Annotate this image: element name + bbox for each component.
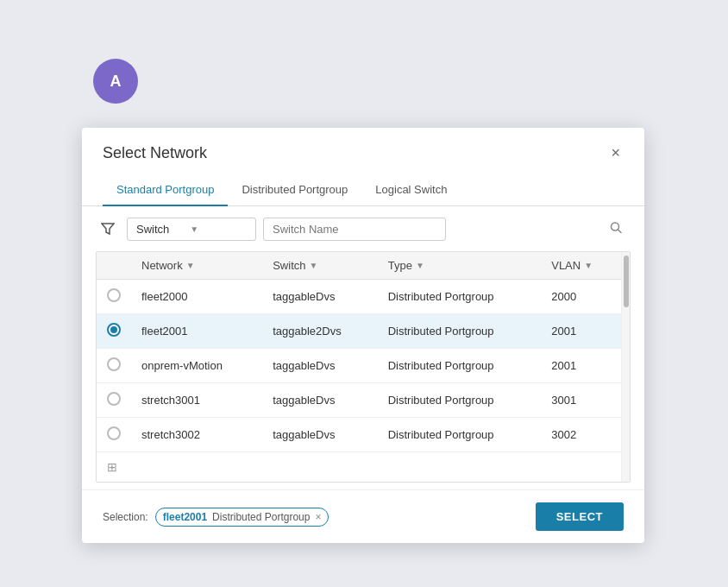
- row3-switch: taggableDvs: [262, 349, 378, 383]
- table-row[interactable]: stretch3002 taggableDvs Distributed Port…: [97, 418, 621, 452]
- row5-radio[interactable]: [107, 426, 121, 440]
- selection-tag: fleet2001 Distributed Portgroup ×: [155, 508, 329, 527]
- select-button[interactable]: SELECT: [536, 502, 624, 531]
- row2-radio[interactable]: [107, 323, 121, 337]
- tab-distributed-portgroup[interactable]: Distributed Portgroup: [228, 174, 361, 206]
- row5-network: stretch3002: [131, 418, 262, 452]
- type-filter-icon: ▼: [416, 261, 424, 270]
- switch-dropdown[interactable]: Switch ▼: [127, 218, 256, 241]
- row3-network: onprem-vMotion: [131, 349, 262, 383]
- network-filter-icon: ▼: [186, 261, 195, 270]
- row2-vlan: 2001: [541, 314, 621, 349]
- table-row[interactable]: onprem-vMotion taggableDvs Distributed P…: [97, 349, 621, 383]
- row4-vlan: 3001: [541, 383, 621, 418]
- selection-tag-type: Distributed Portgroup: [212, 511, 310, 523]
- table-header-row: Network ▼ Switch ▼: [97, 252, 621, 280]
- table-scrollbar[interactable]: [621, 252, 630, 482]
- search-icon: [610, 222, 622, 237]
- row1-radio[interactable]: [107, 288, 121, 302]
- filter-icon: [96, 217, 120, 241]
- row2-switch: taggable2Dvs: [262, 314, 378, 349]
- row5-vlan: 3002: [541, 418, 621, 452]
- col-vlan[interactable]: VLAN ▼: [541, 252, 621, 280]
- chevron-down-icon: ▼: [190, 224, 198, 234]
- table-row[interactable]: fleet2001 taggable2Dvs Distributed Portg…: [97, 314, 621, 349]
- vlan-filter-icon: ▼: [584, 261, 593, 270]
- row4-type: Distributed Portgroup: [378, 383, 541, 418]
- row5-radio-cell[interactable]: [97, 418, 131, 452]
- network-table: Network ▼ Switch ▼: [96, 251, 631, 483]
- row1-network: fleet2000: [131, 280, 262, 314]
- row3-type: Distributed Portgroup: [378, 349, 541, 383]
- scrollbar-thumb[interactable]: [624, 256, 629, 307]
- col-select: [97, 252, 131, 280]
- switch-filter-icon: ▼: [309, 261, 317, 270]
- row4-radio-cell[interactable]: [97, 383, 131, 418]
- tab-logical-switch[interactable]: Logical Switch: [361, 174, 461, 206]
- row4-radio[interactable]: [107, 392, 121, 406]
- modal-header: Select Network ×: [82, 128, 644, 174]
- selection-tag-close[interactable]: ×: [315, 511, 321, 523]
- table-bottom-row: ⊞: [97, 451, 621, 482]
- table-expand-icon[interactable]: ⊞: [107, 460, 117, 474]
- svg-marker-0: [102, 224, 114, 234]
- table-row[interactable]: fleet2000 taggableDvs Distributed Portgr…: [97, 280, 621, 314]
- avatar-initial: A: [110, 73, 122, 91]
- svg-line-2: [618, 230, 622, 233]
- modal-footer: Selection: fleet2001 Distributed Portgro…: [82, 489, 644, 543]
- row1-type: Distributed Portgroup: [378, 280, 541, 314]
- tab-standard-portgroup[interactable]: Standard Portgroup: [103, 174, 228, 206]
- row4-network: stretch3001: [131, 383, 262, 418]
- row1-switch: taggableDvs: [262, 280, 378, 314]
- select-network-modal: Select Network × Standard Portgroup Dist…: [82, 128, 644, 543]
- row3-radio[interactable]: [107, 357, 121, 371]
- col-network[interactable]: Network ▼: [131, 252, 262, 280]
- row3-radio-cell[interactable]: [97, 349, 131, 383]
- selection-area: Selection: fleet2001 Distributed Portgro…: [103, 508, 329, 527]
- row2-type: Distributed Portgroup: [378, 314, 541, 349]
- row5-switch: taggableDvs: [262, 418, 378, 452]
- row1-vlan: 2000: [541, 280, 621, 314]
- row3-vlan: 2001: [541, 349, 621, 383]
- tabs-bar: Standard Portgroup Distributed Portgroup…: [82, 174, 644, 206]
- row1-radio-cell[interactable]: [97, 280, 131, 314]
- close-button[interactable]: ×: [607, 143, 624, 162]
- selection-label: Selection:: [103, 511, 148, 523]
- switch-name-search-wrap: [263, 218, 631, 241]
- selection-tag-name: fleet2001: [163, 511, 207, 523]
- switch-dropdown-value: Switch: [136, 223, 169, 236]
- modal-title: Select Network: [103, 144, 207, 162]
- filter-bar: Switch ▼: [82, 206, 644, 251]
- table-row[interactable]: stretch3001 taggableDvs Distributed Port…: [97, 383, 621, 418]
- row2-network: fleet2001: [131, 314, 262, 349]
- switch-name-input[interactable]: [263, 218, 446, 241]
- row4-switch: taggableDvs: [262, 383, 378, 418]
- avatar: A: [93, 59, 138, 104]
- row2-radio-cell[interactable]: [97, 314, 131, 349]
- col-switch[interactable]: Switch ▼: [262, 252, 378, 280]
- row5-type: Distributed Portgroup: [378, 418, 541, 452]
- col-type[interactable]: Type ▼: [378, 252, 541, 280]
